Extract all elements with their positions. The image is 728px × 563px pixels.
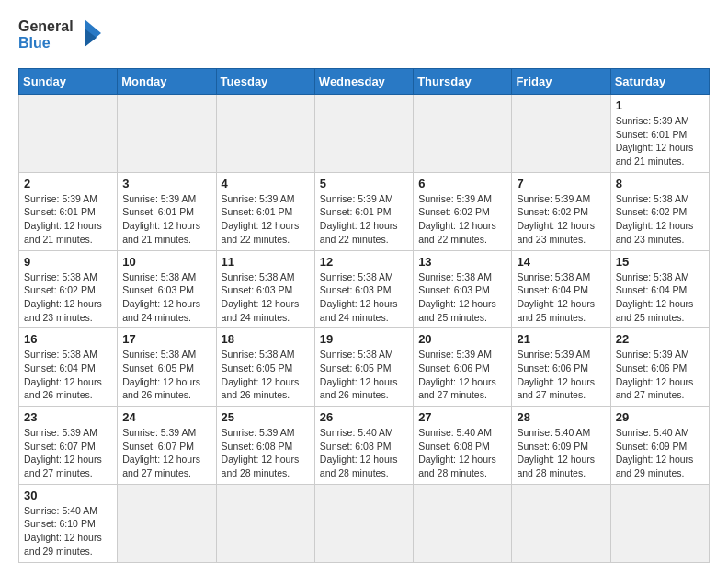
calendar-week-row: 9Sunrise: 5:38 AM Sunset: 6:02 PM Daylig… <box>19 250 710 328</box>
calendar-day-cell <box>314 95 413 173</box>
day-number: 2 <box>24 177 112 190</box>
day-info: Sunrise: 5:38 AM Sunset: 6:04 PM Dayligh… <box>24 348 112 402</box>
calendar-week-row: 30Sunrise: 5:40 AM Sunset: 6:10 PM Dayli… <box>19 484 710 562</box>
calendar-day-cell: 23Sunrise: 5:39 AM Sunset: 6:07 PM Dayli… <box>19 407 118 485</box>
calendar-week-row: 16Sunrise: 5:38 AM Sunset: 6:04 PM Dayli… <box>19 328 710 407</box>
calendar-day-cell: 14Sunrise: 5:38 AM Sunset: 6:04 PM Dayli… <box>512 250 610 328</box>
calendar-day-cell: 17Sunrise: 5:38 AM Sunset: 6:05 PM Dayli… <box>118 328 216 407</box>
calendar-day-cell: 16Sunrise: 5:38 AM Sunset: 6:04 PM Dayli… <box>19 328 118 407</box>
calendar-day-cell: 4Sunrise: 5:39 AM Sunset: 6:01 PM Daylig… <box>216 172 314 250</box>
calendar-day-cell: 29Sunrise: 5:40 AM Sunset: 6:09 PM Dayli… <box>610 407 709 485</box>
day-of-week-header: Friday <box>512 69 610 95</box>
day-info: Sunrise: 5:39 AM Sunset: 6:01 PM Dayligh… <box>320 192 408 247</box>
day-info: Sunrise: 5:38 AM Sunset: 6:03 PM Dayligh… <box>418 270 506 325</box>
day-of-week-header: Sunday <box>19 69 118 95</box>
calendar-day-cell: 26Sunrise: 5:40 AM Sunset: 6:08 PM Dayli… <box>314 407 413 485</box>
calendar-day-cell: 8Sunrise: 5:38 AM Sunset: 6:02 PM Daylig… <box>610 172 709 250</box>
calendar-day-cell <box>118 484 216 562</box>
day-info: Sunrise: 5:40 AM Sunset: 6:09 PM Dayligh… <box>616 426 704 480</box>
day-number: 8 <box>616 177 704 190</box>
calendar-day-cell: 25Sunrise: 5:39 AM Sunset: 6:08 PM Dayli… <box>216 407 314 485</box>
day-number: 13 <box>418 255 506 269</box>
day-info: Sunrise: 5:38 AM Sunset: 6:04 PM Dayligh… <box>517 270 605 325</box>
calendar-day-cell: 3Sunrise: 5:39 AM Sunset: 6:01 PM Daylig… <box>118 172 216 250</box>
calendar-day-cell <box>216 95 314 173</box>
day-info: Sunrise: 5:39 AM Sunset: 6:02 PM Dayligh… <box>418 192 506 247</box>
calendar-week-row: 2Sunrise: 5:39 AM Sunset: 6:01 PM Daylig… <box>19 172 710 250</box>
calendar-day-cell: 9Sunrise: 5:38 AM Sunset: 6:02 PM Daylig… <box>19 250 118 328</box>
day-info: Sunrise: 5:38 AM Sunset: 6:05 PM Dayligh… <box>320 348 408 402</box>
day-number: 4 <box>222 177 310 190</box>
logo-svg: GeneralBlue <box>18 15 110 61</box>
calendar-header-row: SundayMondayTuesdayWednesdayThursdayFrid… <box>19 69 710 95</box>
calendar-day-cell: 12Sunrise: 5:38 AM Sunset: 6:03 PM Dayli… <box>314 250 413 328</box>
day-of-week-header: Saturday <box>610 69 709 95</box>
calendar-day-cell: 19Sunrise: 5:38 AM Sunset: 6:05 PM Dayli… <box>314 328 413 407</box>
day-info: Sunrise: 5:40 AM Sunset: 6:08 PM Dayligh… <box>320 426 408 480</box>
day-number: 3 <box>122 177 210 190</box>
calendar-day-cell: 27Sunrise: 5:40 AM Sunset: 6:08 PM Dayli… <box>414 407 512 485</box>
day-info: Sunrise: 5:39 AM Sunset: 6:01 PM Dayligh… <box>122 192 210 247</box>
calendar-day-cell: 15Sunrise: 5:38 AM Sunset: 6:04 PM Dayli… <box>610 250 709 328</box>
day-number: 16 <box>24 332 112 346</box>
day-info: Sunrise: 5:39 AM Sunset: 6:07 PM Dayligh… <box>122 426 210 480</box>
day-info: Sunrise: 5:40 AM Sunset: 6:09 PM Dayligh… <box>517 426 605 480</box>
calendar-day-cell: 30Sunrise: 5:40 AM Sunset: 6:10 PM Dayli… <box>19 484 118 562</box>
day-number: 5 <box>320 177 408 190</box>
day-info: Sunrise: 5:40 AM Sunset: 6:08 PM Dayligh… <box>418 426 506 480</box>
day-info: Sunrise: 5:38 AM Sunset: 6:04 PM Dayligh… <box>616 270 704 325</box>
day-info: Sunrise: 5:38 AM Sunset: 6:03 PM Dayligh… <box>222 270 310 325</box>
calendar-day-cell <box>512 95 610 173</box>
calendar-week-row: 1Sunrise: 5:39 AM Sunset: 6:01 PM Daylig… <box>19 95 710 173</box>
day-number: 23 <box>24 410 112 424</box>
calendar-day-cell: 22Sunrise: 5:39 AM Sunset: 6:06 PM Dayli… <box>610 328 709 407</box>
day-of-week-header: Tuesday <box>216 69 314 95</box>
calendar-day-cell: 18Sunrise: 5:38 AM Sunset: 6:05 PM Dayli… <box>216 328 314 407</box>
day-number: 19 <box>320 332 408 346</box>
day-number: 30 <box>24 488 112 502</box>
day-number: 27 <box>418 410 506 424</box>
day-info: Sunrise: 5:38 AM Sunset: 6:05 PM Dayligh… <box>222 348 310 402</box>
calendar-week-row: 23Sunrise: 5:39 AM Sunset: 6:07 PM Dayli… <box>19 407 710 485</box>
day-number: 17 <box>122 332 210 346</box>
day-number: 1 <box>616 98 704 112</box>
day-info: Sunrise: 5:39 AM Sunset: 6:06 PM Dayligh… <box>418 348 506 402</box>
day-number: 9 <box>24 255 112 269</box>
calendar-day-cell <box>118 95 216 173</box>
day-info: Sunrise: 5:39 AM Sunset: 6:06 PM Dayligh… <box>616 348 704 402</box>
day-number: 10 <box>122 255 210 269</box>
calendar-day-cell: 10Sunrise: 5:38 AM Sunset: 6:03 PM Dayli… <box>118 250 216 328</box>
day-number: 14 <box>517 255 605 269</box>
calendar-day-cell: 24Sunrise: 5:39 AM Sunset: 6:07 PM Dayli… <box>118 407 216 485</box>
day-number: 26 <box>320 410 408 424</box>
calendar-day-cell: 28Sunrise: 5:40 AM Sunset: 6:09 PM Dayli… <box>512 407 610 485</box>
calendar-day-cell <box>512 484 610 562</box>
day-number: 12 <box>320 255 408 269</box>
day-number: 7 <box>517 177 605 190</box>
calendar-day-cell: 21Sunrise: 5:39 AM Sunset: 6:06 PM Dayli… <box>512 328 610 407</box>
calendar-day-cell: 6Sunrise: 5:39 AM Sunset: 6:02 PM Daylig… <box>414 172 512 250</box>
day-info: Sunrise: 5:38 AM Sunset: 6:03 PM Dayligh… <box>320 270 408 325</box>
calendar-day-cell: 1Sunrise: 5:39 AM Sunset: 6:01 PM Daylig… <box>610 95 709 173</box>
day-info: Sunrise: 5:39 AM Sunset: 6:06 PM Dayligh… <box>517 348 605 402</box>
day-number: 15 <box>616 255 704 269</box>
calendar-day-cell <box>216 484 314 562</box>
calendar-day-cell <box>610 484 709 562</box>
day-info: Sunrise: 5:38 AM Sunset: 6:03 PM Dayligh… <box>122 270 210 325</box>
day-info: Sunrise: 5:38 AM Sunset: 6:02 PM Dayligh… <box>616 192 704 247</box>
day-number: 28 <box>517 410 605 424</box>
svg-text:General: General <box>18 18 74 34</box>
logo: GeneralBlue <box>18 15 110 61</box>
day-of-week-header: Monday <box>118 69 216 95</box>
day-number: 21 <box>517 332 605 346</box>
day-info: Sunrise: 5:39 AM Sunset: 6:01 PM Dayligh… <box>222 192 310 247</box>
day-info: Sunrise: 5:39 AM Sunset: 6:07 PM Dayligh… <box>24 426 112 480</box>
day-info: Sunrise: 5:40 AM Sunset: 6:10 PM Dayligh… <box>24 504 112 558</box>
day-number: 6 <box>418 177 506 190</box>
day-info: Sunrise: 5:39 AM Sunset: 6:02 PM Dayligh… <box>517 192 605 247</box>
calendar-day-cell <box>414 484 512 562</box>
day-number: 25 <box>222 410 310 424</box>
calendar-day-cell <box>19 95 118 173</box>
day-info: Sunrise: 5:38 AM Sunset: 6:02 PM Dayligh… <box>24 270 112 325</box>
calendar-table: SundayMondayTuesdayWednesdayThursdayFrid… <box>18 68 710 563</box>
